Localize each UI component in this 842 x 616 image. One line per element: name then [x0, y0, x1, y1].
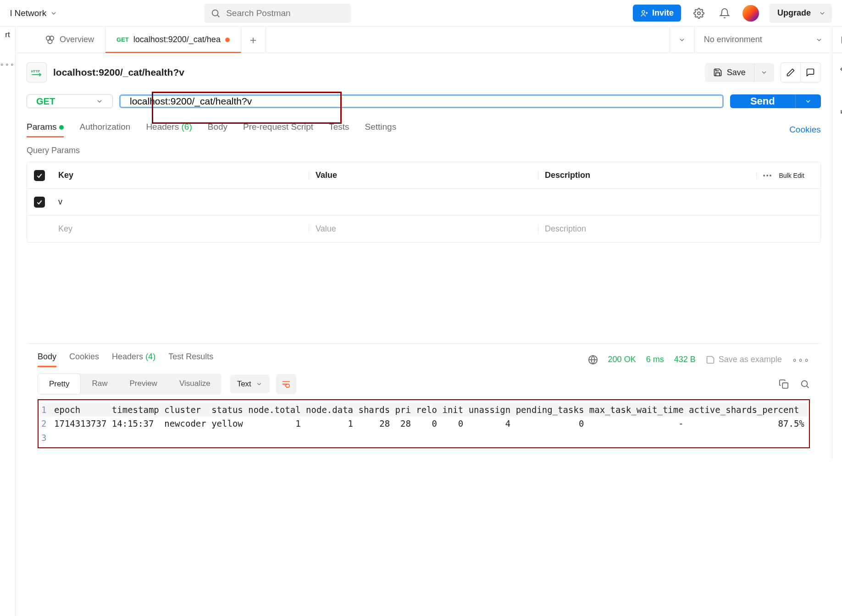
chevron-down-icon	[760, 69, 768, 76]
upgrade-label: Upgrade	[777, 8, 811, 18]
search-box[interactable]	[204, 4, 351, 23]
new-tab-button[interactable]: ＋	[241, 27, 266, 53]
line-number: 1	[39, 403, 54, 417]
table-more-button[interactable]: •••	[763, 172, 773, 179]
response-size: 432 B	[674, 355, 696, 364]
sidebar-more[interactable]: ∘∘∘	[0, 60, 15, 68]
response-headers-count: (4)	[145, 352, 155, 361]
tab-method-badge: GET	[116, 36, 129, 43]
svg-point-2	[642, 11, 645, 13]
avatar[interactable]	[742, 5, 759, 22]
sidebar-item-rt[interactable]: rt	[5, 30, 10, 39]
subtab-params[interactable]: Params	[27, 122, 64, 138]
svg-point-0	[212, 10, 218, 16]
row-checkbox[interactable]	[34, 197, 45, 208]
url-input-wrap[interactable]	[119, 94, 724, 108]
response-tab-headers[interactable]: Headers (4)	[112, 352, 155, 367]
cookies-link[interactable]: Cookies	[789, 125, 821, 135]
settings-button[interactable]	[691, 6, 707, 21]
row-key[interactable]: v	[52, 197, 309, 207]
code-icon[interactable]	[840, 63, 842, 75]
environment-dropdown[interactable]: No environment	[694, 27, 832, 53]
response-tab-body[interactable]: Body	[38, 352, 56, 367]
view-raw[interactable]: Raw	[81, 374, 118, 395]
subtab-settings[interactable]: Settings	[365, 122, 397, 138]
chevron-down-icon	[256, 381, 262, 387]
table-row: v	[27, 189, 820, 215]
comment-button[interactable]	[801, 62, 821, 82]
view-pretty[interactable]: Pretty	[38, 374, 81, 395]
environment-quick-look[interactable]	[832, 27, 842, 53]
save-button[interactable]: Save	[705, 63, 754, 82]
subtab-prerequest[interactable]: Pre-request Script	[243, 122, 313, 138]
svg-rect-16	[782, 383, 788, 388]
params-active-dot-icon	[59, 125, 64, 130]
upgrade-button[interactable]: Upgrade	[769, 4, 819, 23]
globe-icon[interactable]	[588, 355, 598, 365]
save-label: Save	[727, 68, 746, 77]
response-type-dropdown[interactable]: Text	[230, 375, 270, 393]
select-all-checkbox[interactable]	[34, 170, 45, 181]
response-tab-cookies[interactable]: Cookies	[69, 352, 99, 367]
query-params-table: Key Value Description ••• Bulk Edit v	[27, 162, 821, 242]
bell-icon	[719, 8, 730, 19]
expand-button[interactable]	[840, 103, 842, 115]
subtab-body[interactable]: Body	[208, 122, 227, 138]
copy-icon[interactable]	[779, 379, 789, 389]
response-type-label: Text	[237, 380, 251, 389]
svg-point-17	[801, 381, 807, 387]
subtab-tests[interactable]: Tests	[329, 122, 349, 138]
expand-icon	[840, 103, 842, 115]
subtab-headers[interactable]: Headers (6)	[146, 122, 192, 138]
comment-icon	[806, 68, 815, 77]
svg-text:HTTP: HTTP	[31, 69, 40, 73]
bulk-edit-button[interactable]: Bulk Edit	[779, 172, 804, 179]
response-time: 6 ms	[646, 355, 664, 364]
unsaved-indicator-icon	[225, 38, 230, 42]
query-params-label: Query Params	[27, 146, 821, 155]
view-visualize[interactable]: Visualize	[168, 374, 222, 395]
edit-button[interactable]	[781, 62, 801, 82]
gear-icon	[693, 8, 704, 19]
response-line: 1714313737 14:15:37 newcoder yellow 1 1 …	[54, 417, 809, 430]
http-icon: HTTP	[30, 68, 43, 77]
chevron-down-icon	[804, 98, 812, 105]
col-desc-header: Description	[538, 170, 756, 180]
response-status: 200 OK	[608, 355, 636, 364]
row-key-placeholder[interactable]: Key	[52, 224, 309, 234]
save-as-example-button[interactable]: Save as example	[706, 355, 782, 364]
network-dropdown[interactable]: l Network	[10, 8, 57, 18]
send-dropdown[interactable]	[795, 94, 821, 108]
chevron-down-icon	[50, 10, 57, 17]
request-title[interactable]: localhost:9200/_cat/health?v	[53, 67, 184, 78]
save-dropdown[interactable]	[754, 63, 774, 82]
tabs-dropdown[interactable]	[670, 27, 694, 53]
search-icon	[210, 8, 221, 18]
chevron-down-icon	[678, 36, 686, 44]
method-dropdown[interactable]: GET	[27, 94, 113, 108]
invite-button[interactable]: Invite	[633, 5, 681, 22]
row-value-placeholder[interactable]: Value	[309, 224, 538, 234]
notifications-button[interactable]	[717, 6, 732, 21]
subtab-authorization[interactable]: Authorization	[79, 122, 130, 138]
response-more-button[interactable]: ∘∘∘	[792, 355, 810, 365]
upgrade-dropdown[interactable]	[813, 4, 832, 23]
row-desc-placeholder[interactable]: Description	[538, 224, 756, 234]
chevron-down-icon	[815, 36, 823, 44]
tab-request-active[interactable]: GET localhost:9200/_cat/hea	[105, 27, 241, 53]
url-input[interactable]	[130, 96, 713, 107]
search-icon[interactable]	[800, 379, 810, 389]
wrap-lines-button[interactable]	[276, 374, 296, 394]
send-button[interactable]: Send	[730, 94, 795, 108]
subtab-params-label: Params	[27, 122, 56, 132]
network-label: l Network	[10, 8, 46, 18]
tab-request-label: localhost:9200/_cat/hea	[133, 35, 221, 44]
wrap-icon	[281, 379, 291, 389]
response-tab-results[interactable]: Test Results	[168, 352, 213, 367]
pencil-icon	[786, 68, 795, 77]
view-preview[interactable]: Preview	[118, 374, 168, 395]
invite-label: Invite	[652, 8, 674, 18]
col-key-header: Key	[52, 170, 309, 180]
search-input[interactable]	[226, 8, 344, 18]
tab-overview[interactable]: Overview	[16, 27, 105, 53]
